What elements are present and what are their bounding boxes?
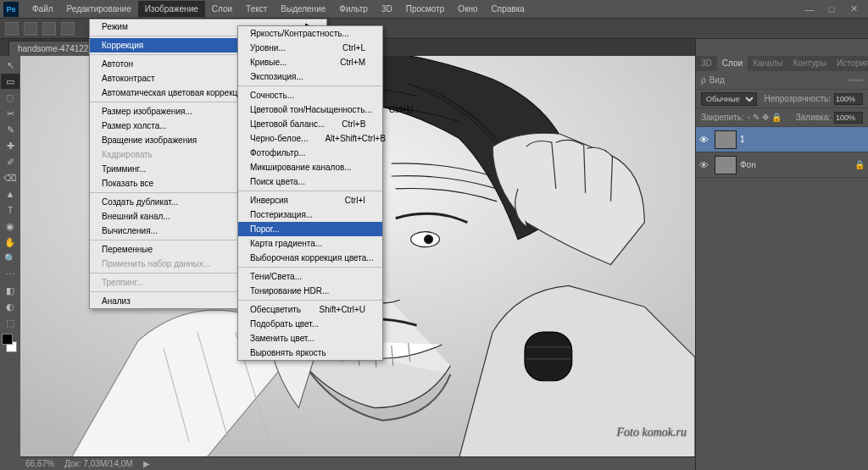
submenu-adjustments: Яркость/Контрастность...Уровни...Ctrl+LК…: [237, 25, 383, 361]
layer-row[interactable]: 👁1: [696, 127, 868, 152]
tool-16[interactable]: ⬚: [1, 315, 19, 330]
menu-Файл[interactable]: Файл: [25, 1, 60, 17]
menu-item[interactable]: Заменить цвет...: [238, 331, 382, 346]
tool-preset-icon[interactable]: [5, 22, 19, 36]
watermark: Foto komok.ru: [617, 426, 687, 440]
blend-mode-select[interactable]: Обычные: [701, 92, 757, 106]
tool-6[interactable]: ✐: [1, 154, 19, 169]
tool-0[interactable]: ↖: [1, 58, 19, 73]
panel-tab-История[interactable]: История: [832, 56, 868, 71]
window-controls: — □ ✕: [798, 3, 865, 16]
svg-rect-10: [525, 332, 572, 381]
layer-thumb: [715, 130, 737, 149]
menu-item[interactable]: Подобрать цвет...: [238, 317, 382, 331]
panel-tab-3D[interactable]: 3D: [696, 56, 717, 71]
menu-item[interactable]: Поиск цвета...: [238, 174, 382, 189]
menu-item[interactable]: Выровнять яркость: [238, 346, 382, 360]
menu-item[interactable]: Кривые...Ctrl+M: [238, 55, 382, 69]
tool-11[interactable]: ✋: [1, 235, 19, 250]
menu-item[interactable]: Карта градиента...: [238, 236, 382, 251]
menu-item[interactable]: Экспозиция...: [238, 69, 382, 84]
menu-item[interactable]: Выборочная коррекция цвета...: [238, 251, 382, 265]
menu-Изображение[interactable]: Изображение: [138, 1, 205, 17]
menu-item[interactable]: ОбесцветитьShift+Ctrl+U: [238, 302, 382, 317]
svg-point-4: [425, 235, 433, 244]
tool-10[interactable]: ◉: [1, 218, 19, 234]
status-bar: 66,67% Док: 7,03M/14,0M ▶: [20, 456, 695, 470]
panel-tab-Каналы[interactable]: Каналы: [748, 56, 788, 71]
menu-Текст[interactable]: Текст: [239, 1, 274, 17]
title-bar: Ps ФайлРедактированиеИзображениеСлоиТекс…: [0, 0, 868, 19]
tool-14[interactable]: ◧: [1, 283, 19, 298]
tool-3[interactable]: ✂: [1, 106, 19, 121]
maximize-icon[interactable]: □: [821, 3, 843, 16]
panel-tabs: 3DСлоиКаналыКонтурыИстория: [696, 56, 868, 71]
menubar: ФайлРедактированиеИзображениеСлоиТекстВы…: [25, 1, 531, 17]
layers-list: 👁1👁Фон🔒: [696, 127, 868, 178]
doc-size: Док: 7,03M/14,0M: [64, 459, 133, 468]
tool-9[interactable]: T: [1, 202, 19, 218]
tool-12[interactable]: 🔍: [1, 251, 19, 266]
menu-Окно[interactable]: Окно: [451, 1, 484, 17]
opt-icon[interactable]: [61, 22, 75, 36]
opt-icon[interactable]: [42, 22, 56, 36]
menu-Редактирование[interactable]: Редактирование: [60, 1, 138, 17]
panel-tab-Слои[interactable]: Слои: [717, 56, 748, 71]
tool-1[interactable]: ▭: [1, 74, 19, 89]
tool-4[interactable]: ✎: [1, 122, 19, 137]
minimize-icon[interactable]: —: [798, 3, 821, 16]
menu-item[interactable]: Черно-белое...Alt+Shift+Ctrl+B: [238, 131, 382, 146]
menu-Справка[interactable]: Справка: [485, 1, 531, 17]
menu-item[interactable]: Постеризация...: [238, 207, 382, 222]
tool-2[interactable]: ◌: [1, 90, 19, 105]
lock-row: Закрепить:▫ ✎ ✥ 🔒 Заливка:: [696, 108, 868, 127]
close-icon[interactable]: ✕: [843, 3, 865, 16]
menu-item[interactable]: ИнверсияCtrl+I: [238, 193, 382, 207]
opt-icon[interactable]: [24, 22, 37, 36]
color-swatches[interactable]: [0, 334, 19, 352]
menu-item[interactable]: Сочность...: [238, 88, 382, 102]
fill-input[interactable]: [834, 112, 863, 124]
tool-5[interactable]: ✚: [1, 138, 19, 153]
tool-7[interactable]: ⌫: [1, 170, 19, 185]
visibility-icon[interactable]: 👁: [699, 135, 711, 145]
menu-item[interactable]: Уровни...Ctrl+L: [238, 41, 382, 55]
panels-dock: 3DСлоиКаналыКонтурыИстория ρВид ▫▫▫▫▫ Об…: [695, 39, 868, 470]
panel-tab-Контуры[interactable]: Контуры: [788, 56, 832, 71]
menu-item[interactable]: Яркость/Контрастность...: [238, 26, 382, 41]
tool-8[interactable]: ▲: [1, 186, 19, 202]
tool-15[interactable]: ◐: [1, 299, 19, 314]
menu-item[interactable]: Тонирование HDR...: [238, 284, 382, 298]
menu-item[interactable]: Порог...: [238, 222, 382, 236]
app-logo: Ps: [3, 2, 19, 17]
layer-thumb: [715, 156, 737, 174]
visibility-icon[interactable]: 👁: [699, 160, 711, 170]
tool-13[interactable]: ⋯: [1, 267, 19, 282]
menu-Выделение[interactable]: Выделение: [274, 1, 332, 17]
menu-3D[interactable]: 3D: [375, 1, 399, 17]
layer-row[interactable]: 👁Фон🔒: [696, 152, 868, 178]
menu-Слои[interactable]: Слои: [205, 1, 239, 17]
menu-item[interactable]: Фотофильтр...: [238, 146, 382, 160]
layer-name: 1: [740, 135, 745, 144]
menu-item[interactable]: Цветовой баланс...Ctrl+B: [238, 117, 382, 131]
zoom-level[interactable]: 66,67%: [25, 459, 54, 468]
menu-item[interactable]: Микширование каналов...: [238, 160, 382, 174]
menu-Фильтр[interactable]: Фильтр: [332, 1, 375, 17]
opacity-input[interactable]: [834, 93, 863, 105]
menu-item[interactable]: Тени/Света...: [238, 269, 382, 284]
menu-Просмотр[interactable]: Просмотр: [399, 1, 452, 17]
blend-row: Обычные Непрозрачность:: [696, 90, 868, 108]
layer-filter-row: ρВид ▫▫▫▫▫: [696, 71, 868, 90]
layer-name: Фон: [740, 160, 756, 169]
tools-panel: ↖▭◌✂✎✚✐⌫▲T◉✋🔍⋯◧◐⬚: [0, 56, 20, 352]
menu-item[interactable]: Цветовой тон/Насыщенность...Ctrl+U: [238, 102, 382, 117]
